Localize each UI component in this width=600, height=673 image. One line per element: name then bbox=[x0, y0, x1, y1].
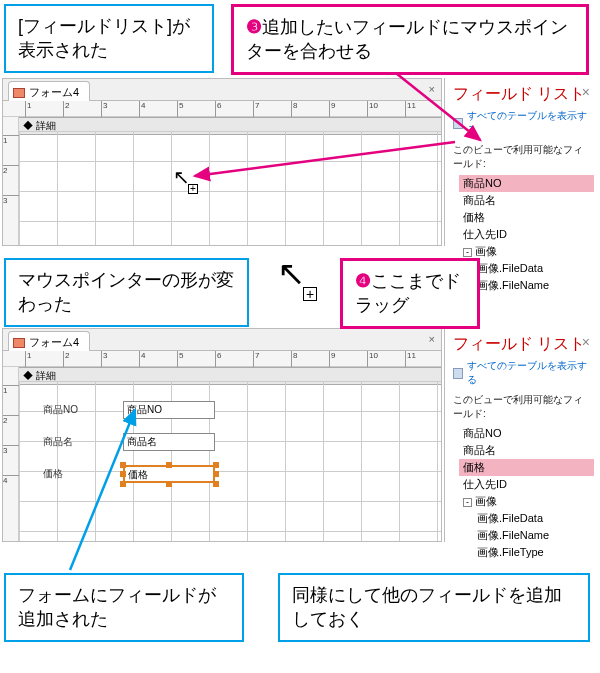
callout-field-list-shown: [フィールドリスト]が表示された bbox=[4, 4, 214, 73]
tab-form[interactable]: フォーム4 bbox=[8, 331, 90, 351]
close-icon[interactable]: × bbox=[429, 333, 435, 345]
design-grid[interactable] bbox=[19, 131, 441, 245]
show-all-tables-link[interactable]: すべてのテーブルを表示する bbox=[445, 357, 598, 391]
callout-step-4: ❹ここまでドラッグ bbox=[340, 258, 480, 329]
tab-label: フォーム4 bbox=[29, 335, 79, 350]
form-icon bbox=[13, 88, 25, 98]
cursor-large-icon: ↖+ bbox=[277, 256, 319, 290]
tab-label: フォーム4 bbox=[29, 85, 79, 100]
control-shohin-no[interactable]: 商品NO bbox=[123, 401, 215, 419]
field-item-shohin-mei[interactable]: 商品名 bbox=[459, 192, 594, 209]
close-icon[interactable]: × bbox=[429, 83, 435, 95]
field-list-title: フィールド リスト bbox=[445, 328, 598, 357]
field-item-image-filedata[interactable]: 画像.FileData bbox=[473, 260, 594, 277]
tab-bar: フォーム4 × bbox=[3, 79, 441, 101]
label-shohin-mei[interactable]: 商品名 bbox=[43, 435, 73, 449]
callout-fields-added: フォームにフィールドが追加された bbox=[4, 573, 244, 642]
field-item-image-filename[interactable]: 画像.FileName bbox=[473, 277, 594, 294]
label-kakaku[interactable]: 価格 bbox=[43, 467, 63, 481]
field-item-image-filename[interactable]: 画像.FileName bbox=[473, 527, 594, 544]
field-list-pane-1: フィールド リスト × すべてのテーブルを表示する このビューで利用可能なフィー… bbox=[444, 78, 598, 246]
show-all-tables-link[interactable]: すべてのテーブルを表示する bbox=[445, 107, 598, 141]
tables-icon bbox=[453, 368, 463, 379]
field-item-kakaku[interactable]: 価格 bbox=[459, 459, 594, 476]
tab-form[interactable]: フォーム4 bbox=[8, 81, 90, 101]
callout-step-3: ❸追加したいフィールドにマウスポインターを合わせる bbox=[231, 4, 589, 75]
available-fields-label: このビューで利用可能なフィールド: bbox=[445, 141, 598, 173]
close-icon[interactable]: × bbox=[582, 84, 590, 100]
callout-repeat-for-others: 同様にして他のフィールドを追加しておく bbox=[278, 573, 590, 642]
ruler-vertical: 1234 bbox=[3, 367, 19, 541]
field-tree[interactable]: 商品NO 商品名 価格 仕入先ID -画像 画像.FileData 画像.Fil… bbox=[445, 423, 598, 569]
available-fields-label: このビューで利用可能なフィールド: bbox=[445, 391, 598, 423]
form-icon bbox=[13, 338, 25, 348]
field-item-shohin-no[interactable]: 商品NO bbox=[459, 425, 594, 442]
tables-icon bbox=[453, 118, 463, 129]
collapse-icon[interactable]: - bbox=[463, 248, 472, 257]
tab-bar: フォーム4 × bbox=[3, 329, 441, 351]
ruler-vertical: 123 bbox=[3, 117, 19, 245]
field-item-kakaku[interactable]: 価格 bbox=[459, 209, 594, 226]
callout-pointer-changed: マウスポインターの形が変わった bbox=[4, 258, 249, 327]
form-designer-pane-1: フォーム4 × 1234567891011 ◆ 詳細 123 bbox=[2, 78, 442, 246]
form-designer-pane-2: フォーム4 × 1234567891011 ◆ 詳細 1234 商品NO 商品N… bbox=[2, 328, 442, 542]
field-list-pane-2: フィールド リスト × すべてのテーブルを表示する このビューで利用可能なフィー… bbox=[444, 328, 598, 542]
step-3-num: ❸ bbox=[246, 17, 262, 37]
field-item-image-filedata[interactable]: 画像.FileData bbox=[473, 510, 594, 527]
label-shohin-no[interactable]: 商品NO bbox=[43, 403, 78, 417]
step-3-text: 追加したいフィールドにマウスポインターを合わせる bbox=[246, 17, 568, 61]
field-item-shiiresaki[interactable]: 仕入先ID bbox=[459, 476, 594, 493]
step-4-text: ここまでドラッグ bbox=[355, 271, 461, 315]
field-item-image-filetype[interactable]: 画像.FileType bbox=[473, 544, 594, 561]
field-item-image-group[interactable]: -画像 bbox=[459, 493, 594, 510]
field-item-shohin-no[interactable]: 商品NO bbox=[459, 175, 594, 192]
field-list-title: フィールド リスト bbox=[445, 78, 598, 107]
step-4-num: ❹ bbox=[355, 271, 371, 291]
drag-cursor-icon: ↖+ bbox=[173, 167, 200, 187]
field-item-shohin-mei[interactable]: 商品名 bbox=[459, 442, 594, 459]
ruler-horizontal: 1234567891011 bbox=[3, 351, 441, 367]
collapse-icon[interactable]: - bbox=[463, 498, 472, 507]
close-icon[interactable]: × bbox=[582, 334, 590, 350]
design-grid[interactable]: 商品NO 商品NO 商品名 商品名 価格 価格 bbox=[19, 381, 441, 541]
ruler-horizontal: 1234567891011 bbox=[3, 101, 441, 117]
field-item-shiiresaki[interactable]: 仕入先ID bbox=[459, 226, 594, 243]
control-shohin-mei[interactable]: 商品名 bbox=[123, 433, 215, 451]
